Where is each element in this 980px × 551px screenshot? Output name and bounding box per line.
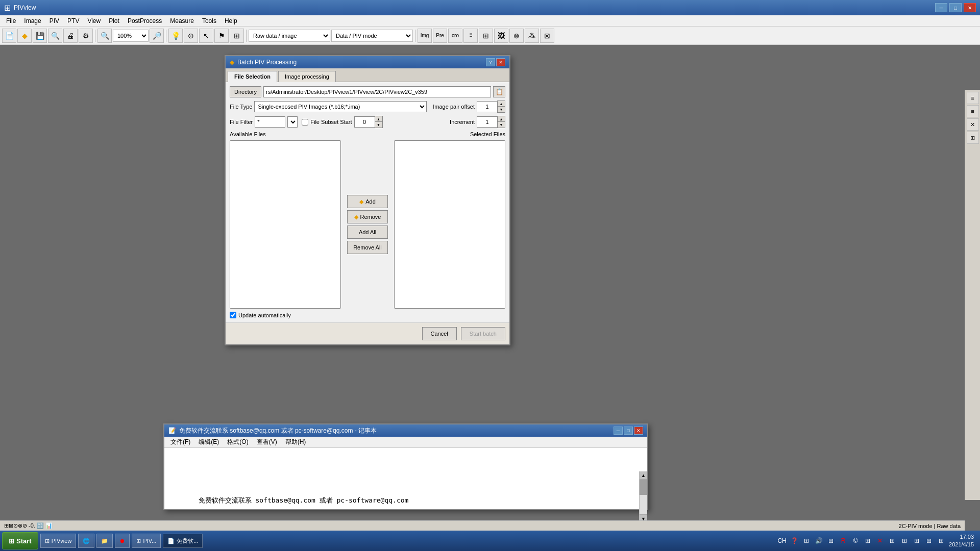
notepad-close-button[interactable]: ✕ bbox=[634, 427, 643, 435]
menu-file[interactable]: File bbox=[2, 16, 20, 26]
tray-1[interactable]: ⊞ bbox=[802, 536, 811, 545]
taskbar-item-notepad[interactable]: 📄 免费软... bbox=[163, 534, 203, 548]
file-filter-select[interactable] bbox=[287, 116, 298, 128]
add-all-button[interactable]: Add All bbox=[347, 226, 388, 239]
file-subset-down[interactable]: ▼ bbox=[375, 122, 382, 128]
notepad-menu-format[interactable]: 格式(O) bbox=[223, 437, 252, 447]
rt-btn-4[interactable]: ⊞ bbox=[967, 132, 979, 144]
maximize-button[interactable]: □ bbox=[949, 3, 962, 12]
tray-x[interactable]: ✕ bbox=[875, 536, 885, 545]
tb-more3[interactable]: ⊛ bbox=[509, 29, 524, 43]
menu-tools[interactable]: Tools bbox=[198, 16, 220, 26]
notepad-menu-edit[interactable]: 编辑(E) bbox=[194, 437, 223, 447]
add-button[interactable]: ◆ Add bbox=[347, 195, 388, 208]
file-filter-input[interactable] bbox=[255, 116, 285, 128]
tb-print[interactable]: 🖨 bbox=[63, 29, 78, 43]
start-batch-button[interactable]: Start batch bbox=[461, 327, 505, 340]
rt-btn-1[interactable]: ≡ bbox=[967, 92, 979, 104]
copy-path-button[interactable]: 📋 bbox=[493, 86, 505, 97]
notepad-scrollbar[interactable]: ▲ ▼ bbox=[639, 471, 647, 522]
tray-8[interactable]: ⊞ bbox=[937, 536, 946, 545]
tb-zoom-out[interactable]: 🔍 bbox=[97, 29, 112, 43]
tray-4[interactable]: ⊞ bbox=[888, 536, 897, 545]
tb-zoom-in[interactable]: 🔎 bbox=[150, 29, 164, 43]
tb-settings[interactable]: ⚙ bbox=[79, 29, 93, 43]
close-button[interactable]: ✕ bbox=[964, 3, 976, 12]
notepad-menu-help[interactable]: 帮助(H) bbox=[281, 437, 310, 447]
tray-6[interactable]: ⊞ bbox=[912, 536, 921, 545]
mode-select-1[interactable]: Raw data / image bbox=[249, 30, 330, 42]
tray-5[interactable]: ⊞ bbox=[900, 536, 909, 545]
tb-more4[interactable]: ⁂ bbox=[525, 29, 539, 43]
menu-plot[interactable]: Plot bbox=[105, 16, 124, 26]
tb-grid[interactable]: ⊞ bbox=[230, 29, 244, 43]
update-auto-checkbox[interactable] bbox=[230, 312, 236, 318]
menu-help[interactable]: Help bbox=[220, 16, 241, 26]
batch-help-button[interactable]: ? bbox=[486, 58, 495, 66]
image-pair-input[interactable] bbox=[477, 101, 497, 112]
increment-down[interactable]: ▼ bbox=[498, 122, 505, 128]
tb-search[interactable]: 🔍 bbox=[48, 29, 62, 43]
tab-file-selection[interactable]: File Selection bbox=[228, 71, 277, 82]
file-subset-up[interactable]: ▲ bbox=[375, 116, 382, 122]
taskbar-item-2[interactable]: 🌐 bbox=[78, 534, 94, 548]
minimize-button[interactable]: ─ bbox=[935, 3, 947, 12]
image-pair-up[interactable]: ▲ bbox=[498, 101, 505, 107]
notepad-menu-file[interactable]: 文件(F) bbox=[166, 437, 194, 447]
tb-more2[interactable]: 🖼 bbox=[494, 29, 508, 43]
tray-3[interactable]: ⊞ bbox=[863, 536, 872, 545]
rt-btn-3[interactable]: ✕ bbox=[967, 118, 979, 131]
tb-img[interactable]: Img bbox=[418, 29, 432, 43]
tb-open[interactable]: ◆ bbox=[17, 29, 32, 43]
file-filter-checkbox[interactable] bbox=[302, 119, 308, 126]
menu-piv[interactable]: PIV bbox=[45, 16, 63, 26]
taskbar-item-5[interactable]: ⊞ PIV... bbox=[132, 534, 161, 548]
menu-postprocess[interactable]: PostProcess bbox=[124, 16, 166, 26]
tray-7[interactable]: ⊞ bbox=[924, 536, 934, 545]
batch-close-button[interactable]: ✕ bbox=[496, 58, 505, 66]
tb-target[interactable]: ⊙ bbox=[184, 29, 198, 43]
tab-image-processing[interactable]: Image processing bbox=[278, 71, 336, 82]
tb-more1[interactable]: ⊞ bbox=[479, 29, 493, 43]
tb-new[interactable]: 📄 bbox=[2, 29, 16, 43]
rt-btn-2[interactable]: ≡ bbox=[967, 105, 979, 117]
selected-files-list[interactable] bbox=[394, 140, 505, 309]
notepad-text-area[interactable]: 免费软件交流联系 softbase@qq.com 或者 pc-software@… bbox=[164, 448, 639, 509]
tb-cursor[interactable]: ↖ bbox=[199, 29, 213, 43]
menu-view[interactable]: View bbox=[83, 16, 105, 26]
menu-measure[interactable]: Measure bbox=[166, 16, 198, 26]
tb-cro[interactable]: cro bbox=[448, 29, 462, 43]
tray-copyright[interactable]: © bbox=[851, 536, 860, 545]
tray-volume[interactable]: 🔊 bbox=[814, 536, 823, 545]
file-type-select[interactable]: Single-exposed PIV Images (*.b16;*.ima) bbox=[254, 101, 427, 112]
tb-dots[interactable]: ⠿ bbox=[463, 29, 478, 43]
tb-bulb[interactable]: 💡 bbox=[168, 29, 183, 43]
tb-flag[interactable]: ⚑ bbox=[214, 29, 229, 43]
tb-more5[interactable]: ⊠ bbox=[540, 29, 554, 43]
available-files-list[interactable] bbox=[230, 140, 341, 309]
increment-input[interactable] bbox=[477, 116, 497, 128]
image-pair-down[interactable]: ▼ bbox=[498, 107, 505, 112]
increment-up[interactable]: ▲ bbox=[498, 116, 505, 122]
remove-button[interactable]: ◆ Remove bbox=[347, 210, 388, 223]
directory-button[interactable]: Directory bbox=[230, 86, 261, 97]
file-subset-input[interactable] bbox=[354, 116, 375, 128]
taskbar-item-1[interactable]: ⊞ PIVview bbox=[40, 534, 77, 548]
tb-save[interactable]: 💾 bbox=[33, 29, 47, 43]
cancel-button[interactable]: Cancel bbox=[422, 327, 457, 340]
menu-ptv[interactable]: PTV bbox=[63, 16, 83, 26]
tray-2[interactable]: ⊞ bbox=[826, 536, 836, 545]
scrollbar-thumb[interactable] bbox=[640, 480, 647, 495]
tray-help[interactable]: ❓ bbox=[790, 536, 799, 545]
menu-image[interactable]: Image bbox=[20, 16, 45, 26]
taskbar-item-4[interactable]: ⏺ bbox=[115, 534, 130, 548]
notepad-menu-view[interactable]: 查看(V) bbox=[253, 437, 281, 447]
start-button[interactable]: ⊞ Start bbox=[2, 532, 38, 549]
remove-all-button[interactable]: Remove All bbox=[347, 241, 388, 254]
tb-pre[interactable]: Pre bbox=[433, 29, 447, 43]
zoom-select[interactable]: 100% 50% 200% bbox=[113, 30, 149, 42]
mode-select-2[interactable]: Data / PIV mode bbox=[331, 30, 413, 42]
scrollbar-up[interactable]: ▲ bbox=[640, 471, 647, 480]
tray-r[interactable]: R bbox=[839, 536, 848, 545]
taskbar-item-3[interactable]: 📁 bbox=[96, 534, 113, 548]
